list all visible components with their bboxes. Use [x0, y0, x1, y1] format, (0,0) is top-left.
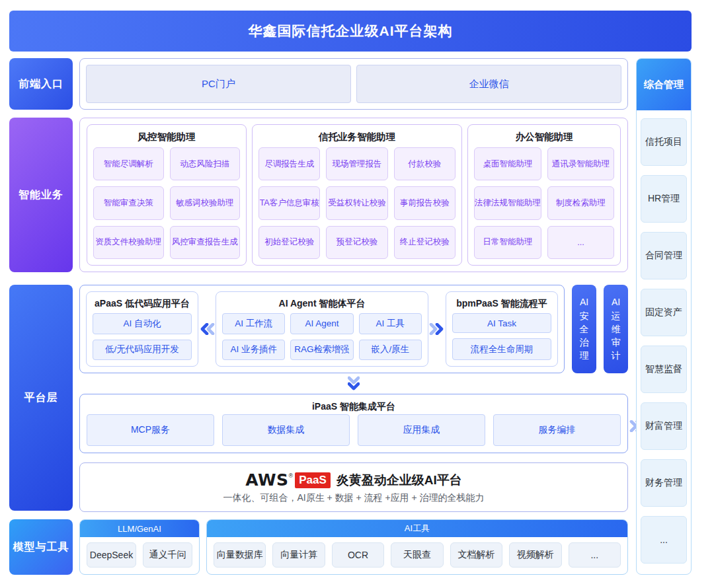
business-node: 现场管理报告	[326, 147, 387, 180]
ai-ops-audit-pill: AI 运维审计	[604, 285, 628, 373]
model-node: DeepSeek	[87, 542, 136, 568]
platform-node: AI 业务插件	[222, 340, 285, 361]
tool-node: 向量计算	[272, 542, 325, 568]
business-node: 事前报告校验	[394, 186, 456, 219]
business-node: 智能尽调解析	[93, 147, 164, 180]
group-grid: 尽调报告生成 现场管理报告 付款校验 TA客户信息审核 受益权转让校验 事前报告…	[258, 147, 456, 259]
business-node: 资质文件校验助理	[93, 226, 164, 259]
registered-mark: ®	[289, 472, 294, 479]
business-node: 动态风险扫描	[170, 147, 241, 180]
tool-node: 天眼查	[391, 542, 443, 568]
group-trust-assistant: 信托业务智能助理 尽调报告生成 现场管理报告 付款校验 TA客户信息审核 受益权…	[252, 124, 462, 266]
platform-node: 流程全生命周期	[452, 338, 551, 360]
tool-node: ...	[569, 542, 621, 568]
business-node: TA客户信息审核	[258, 186, 320, 219]
business-panel: 风控智能助理 智能尽调解析 动态风险扫描 智能审查决策 敏感词校验助理 资质文件…	[79, 118, 628, 272]
platform-node: 低/无代码应用开发	[93, 340, 192, 361]
architecture-diagram: 华鑫国际信托企业级AI平台架构 前端入口 智能业务 平台层 模型与工具 PC门户…	[0, 0, 714, 588]
right-rail-item: HR管理	[641, 175, 687, 223]
business-node: 智能审查决策	[93, 186, 164, 219]
llm-genai-panel: LLM/GenAI DeepSeek 通义千问	[79, 519, 200, 575]
right-rail-item: ...	[641, 516, 687, 564]
business-node: 日常智能助理	[474, 226, 541, 259]
platform-node: AI 自动化	[93, 313, 192, 334]
platform-node: AI Agent	[290, 313, 353, 334]
platform-panel: aPaaS 低代码应用平台 AI 自动化 低/无代码应用开发 AI Agent …	[79, 285, 565, 373]
diagram-title: 华鑫国际信托企业级AI平台架构	[9, 11, 692, 52]
business-node: 初始登记校验	[258, 226, 320, 259]
bpmpaas-title: bpmPaaS 智能流程平台	[452, 296, 551, 311]
platform-node: AI Task	[452, 313, 551, 333]
comprehensive-mgmt-header: 综合管理	[637, 59, 691, 110]
business-node: 桌面智能助理	[474, 147, 541, 180]
right-rail-item: 固定资产	[641, 289, 687, 336]
group-risk-assistant: 风控智能助理 智能尽调解析 动态风险扫描 智能审查决策 敏感词校验助理 资质文件…	[87, 124, 247, 266]
right-rail: 综合管理 信托项目 HR管理 合同管理 固定资产 智慧监督 财富管理 财务管理 …	[636, 58, 692, 575]
right-rail-item: 信托项目	[641, 118, 687, 166]
platform-node: RAG检索增强	[290, 340, 353, 361]
apaas-title: aPaaS 低代码应用平台	[93, 296, 192, 311]
frontend-node-pc-portal: PC门户	[86, 65, 351, 103]
tool-node: 向量数据库	[214, 542, 266, 568]
ai-security-governance-pill: AI 安全治理	[572, 285, 596, 373]
right-rail-item: 财务管理	[641, 459, 687, 507]
business-node: 终止登记校验	[394, 226, 456, 259]
rail-platform-layer: 平台层	[9, 285, 73, 511]
group-title: 风控智能助理	[93, 129, 240, 145]
business-node: 通讯录智能助理	[547, 147, 614, 180]
platform-row: aPaaS 低代码应用平台 AI 自动化 低/无代码应用开发 AI Agent …	[79, 285, 628, 373]
business-node: 风控审查报告生成	[170, 226, 241, 259]
rail-intelligent-business: 智能业务	[9, 118, 73, 272]
business-node: 付款校验	[394, 147, 456, 180]
base-platform-subtitle: 一体化、可组合，AI原生 + 数据 + 流程 +应用 + 治理的全栈能力	[223, 492, 484, 504]
platform-node: AI 工作流	[222, 313, 285, 334]
ipaas-node: 服务编排	[493, 414, 621, 446]
double-chevron-left-icon	[199, 323, 215, 335]
group-title: 信托业务智能助理	[258, 129, 456, 145]
models-tools-row: LLM/GenAI DeepSeek 通义千问 AI工具 向量数据库 向量计算 …	[79, 519, 628, 575]
group-office-assistant: 办公智能助理 桌面智能助理 通讯录智能助理 法律法规智能助理 制度检索助理 日常…	[467, 124, 621, 266]
business-node: 预登记校验	[326, 226, 387, 259]
base-platform-name: 炎黄盈动企业级AI平台	[337, 472, 462, 489]
business-node: 受益权转让校验	[326, 186, 387, 219]
platform-node: 嵌入/原生	[359, 340, 422, 361]
ai-tools-panel: AI工具 向量数据库 向量计算 OCR 天眼查 文档解析 视频解析 ...	[206, 519, 628, 575]
right-rail-item: 财富管理	[641, 402, 687, 450]
ai-agent-title: AI Agent 智能体平台	[222, 296, 422, 311]
rail-frontend-entry: 前端入口	[9, 58, 73, 110]
aws-logo: AWS	[245, 470, 288, 490]
rail-models-tools: 模型与工具	[9, 519, 73, 575]
tool-node: 文档解析	[450, 542, 502, 568]
paas-badge: PaaS	[295, 472, 331, 488]
business-node: 制度检索助理	[547, 186, 614, 219]
group-grid: 桌面智能助理 通讯录智能助理 法律法规智能助理 制度检索助理 日常智能助理 ..…	[474, 147, 614, 259]
apaas-box: aPaaS 低代码应用平台 AI 自动化 低/无代码应用开发	[86, 291, 198, 367]
business-node: 法律法规智能助理	[474, 186, 541, 219]
frontend-entry-panel: PC门户 企业微信	[79, 58, 628, 110]
business-node: ...	[547, 226, 614, 259]
business-node: 敏感词校验助理	[170, 186, 241, 219]
right-rail-item: 合同管理	[641, 232, 687, 279]
ai-tools-header: AI工具	[207, 520, 627, 537]
ipaas-node: 应用集成	[358, 414, 485, 446]
group-title: 办公智能助理	[474, 129, 614, 145]
bpmpaas-box: bpmPaaS 智能流程平台 AI Task 流程全生命周期	[446, 291, 558, 367]
tool-node: OCR	[332, 542, 384, 568]
right-rail-item: 智慧监督	[641, 346, 687, 393]
model-node: 通义千问	[143, 542, 192, 568]
group-grid: 智能尽调解析 动态风险扫描 智能审查决策 敏感词校验助理 资质文件校验助理 风控…	[93, 147, 240, 259]
platform-node: AI 工具	[359, 313, 422, 334]
business-node: 尽调报告生成	[258, 147, 320, 180]
ai-agent-box: AI Agent 智能体平台 AI 工作流 AI Agent AI 工具 AI …	[216, 291, 428, 367]
aws-paas-panel: AWS ® PaaS 炎黄盈动企业级AI平台 一体化、可组合，AI原生 + 数据…	[79, 462, 628, 512]
ipaas-panel: iPaaS 智能集成平台 MCP服务 数据集成 应用集成 服务编排	[79, 394, 628, 453]
left-rail: 前端入口 智能业务 平台层 模型与工具	[9, 58, 73, 575]
tool-node: 视频解析	[509, 542, 561, 568]
ipaas-title: iPaaS 智能集成平台	[87, 398, 621, 414]
main-column: PC门户 企业微信 风控智能助理 智能尽调解析 动态风险扫描 智能审查决策 敏感…	[79, 58, 628, 575]
ipaas-node: 数据集成	[222, 414, 350, 446]
frontend-node-wechat-work: 企业微信	[356, 65, 621, 103]
llm-genai-header: LLM/GenAI	[80, 520, 199, 537]
double-chevron-down-icon	[348, 376, 360, 392]
ipaas-node: MCP服务	[87, 414, 214, 446]
